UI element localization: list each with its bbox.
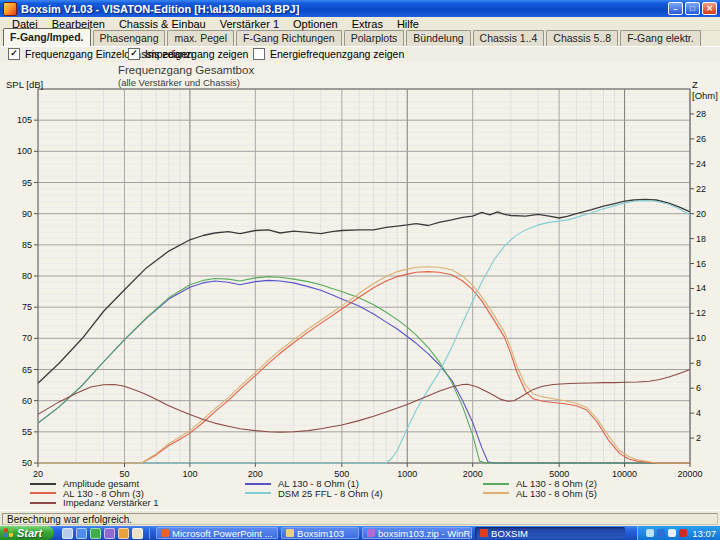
menu-item-hilfe[interactable]: Hilfe — [390, 17, 426, 31]
legend-label: DSM 25 FFL - 8 Ohm (4) — [278, 488, 383, 499]
tab-chassis-5-8[interactable]: Chassis 5..8 — [546, 30, 618, 46]
tab-f-gang-imped[interactable]: F-Gang/Imped. — [3, 28, 91, 46]
status-bar: Berechnung war erfolgreich. — [0, 510, 720, 526]
media-player-icon[interactable] — [90, 528, 101, 539]
right-tick-label: 4 — [696, 408, 701, 418]
window-titlebar: Boxsim V1.03 - VISATON-Edition [H:\al130… — [0, 0, 720, 17]
menu-item-optionen[interactable]: Optionen — [286, 17, 345, 31]
desktop-screen: Boxsim V1.03 - VISATON-Edition [H:\al130… — [0, 0, 720, 540]
messenger-icon[interactable] — [104, 528, 115, 539]
boxsim-app-icon — [3, 2, 17, 16]
outlook-icon[interactable] — [118, 528, 129, 539]
task-buttons: Microsoft PowerPoint ...Boxsim103boxsim1… — [156, 527, 628, 539]
right-tick-label: 18 — [696, 234, 706, 244]
checked-checkbox-icon: ✓ — [128, 48, 140, 60]
tab-bar: F-Gang/Imped.Phasengangmax. PegelF-Gang … — [0, 31, 720, 47]
menu-item-verstärker-1[interactable]: Verstärker 1 — [213, 17, 286, 31]
legend-line-swatch — [30, 492, 56, 494]
tab-chassis-1-4[interactable]: Chassis 1..4 — [473, 30, 545, 46]
legend-line-swatch — [245, 483, 271, 485]
internet-explorer-icon[interactable] — [76, 528, 87, 539]
checked-checkbox-icon: ✓ — [8, 48, 20, 60]
left-tick-label: 65 — [22, 365, 32, 375]
right-tick-label: 16 — [696, 259, 706, 269]
left-tick-label: 85 — [22, 240, 32, 250]
x-tick-label: 20 — [33, 469, 43, 479]
status-text: Berechnung war erfolgreich. — [2, 513, 718, 525]
folder-icon — [286, 529, 294, 537]
taskbar-button-microsoft-powerpoint[interactable]: Microsoft PowerPoint ... — [156, 527, 278, 539]
legend-line-swatch — [30, 502, 56, 504]
legend-item-al-130-8-ohm-5: AL 130 - 8 Ohm (5) — [483, 489, 597, 499]
x-tick-label: 2000 — [463, 469, 483, 479]
taskbar-button-boxsim103-zip-winr[interactable]: boxsim103.zip - WinR... — [362, 527, 472, 539]
right-axis-label: Z [Ohm] — [692, 79, 720, 101]
menu-item-chassis-einbau[interactable]: Chassis & Einbau — [112, 17, 213, 31]
left-tick-label: 80 — [22, 271, 32, 281]
x-tick-label: 10000 — [612, 469, 637, 479]
task-button-label: boxsim103.zip - WinR... — [378, 528, 472, 539]
taskbar-clock: 13:07 — [692, 528, 716, 539]
legend-item-impedanz-verstärker-1: Impedanz Verstärker 1 — [30, 498, 159, 508]
frequency-response-chart: 5055606570758085909510010524681012141618… — [0, 62, 720, 510]
task-button-label: BOXSIM — [491, 528, 528, 539]
left-tick-label: 50 — [22, 458, 32, 468]
chart-title: Frequenzgang Gesamtbox — [118, 64, 254, 76]
system-tray: 13:07 — [637, 526, 720, 540]
tab-max-pegel[interactable]: max. Pegel — [167, 30, 234, 46]
x-tick-label: 1000 — [397, 469, 417, 479]
chart-subtitle: (alle Verstärker und Chassis) — [118, 77, 240, 88]
legend-item-dsm-25-ffl-8-ohm-4: DSM 25 FFL - 8 Ohm (4) — [245, 489, 383, 499]
x-tick-label: 100 — [182, 469, 197, 479]
chart-panel: Frequenzgang Gesamtbox (alle Verstärker … — [0, 62, 720, 510]
network-icon[interactable] — [646, 529, 654, 537]
boxsim-icon — [480, 529, 488, 537]
right-tick-label: 6 — [696, 383, 701, 393]
right-tick-label: 26 — [696, 134, 706, 144]
taskbar-button-boxsim103[interactable]: Boxsim103 — [281, 527, 359, 539]
show-desktop-icon[interactable] — [62, 528, 73, 539]
checkbox-energiefrequenzgang-zeigen[interactable]: Energiefrequenzgang zeigen — [253, 48, 404, 60]
left-tick-label: 60 — [22, 396, 32, 406]
window-title: Boxsim V1.03 - VISATON-Edition [H:\al130… — [21, 3, 668, 15]
left-tick-label: 95 — [22, 178, 32, 188]
tab-f-gang-elektr[interactable]: F-Gang elektr. — [620, 30, 701, 46]
volume-icon[interactable] — [668, 529, 676, 537]
right-tick-label: 28 — [696, 109, 706, 119]
menu-bar: DateiBearbeitenChassis & EinbauVerstärke… — [0, 17, 720, 31]
minimize-button[interactable]: – — [668, 2, 683, 15]
right-tick-label: 10 — [696, 333, 706, 343]
checkbox-impedanzgang-zeigen[interactable]: ✓Impedanzgang zeigen — [128, 48, 248, 60]
antivirus-icon[interactable] — [679, 529, 687, 537]
close-button[interactable]: ✕ — [702, 2, 717, 15]
taskbar-button-boxsim[interactable]: BOXSIM — [475, 527, 625, 539]
right-tick-label: 8 — [696, 358, 701, 368]
tab-bündelung[interactable]: Bündelung — [406, 30, 470, 46]
menu-item-extras[interactable]: Extras — [345, 17, 390, 31]
quick-launch-bar — [62, 528, 150, 539]
left-tick-label: 75 — [22, 302, 32, 312]
explorer-icon[interactable] — [132, 528, 143, 539]
legend-line-swatch — [483, 483, 509, 485]
checkbox-label: Impedanzgang zeigen — [145, 48, 248, 60]
winrar-icon — [367, 529, 375, 537]
legend-label: AL 130 - 8 Ohm (5) — [516, 488, 597, 499]
task-button-label: Microsoft PowerPoint ... — [172, 528, 272, 539]
tab-phasengang[interactable]: Phasengang — [93, 30, 166, 46]
curve-amplitude-gesamt — [38, 199, 690, 383]
start-button[interactable]: Start — [0, 526, 54, 540]
tab-f-gang-richtungen[interactable]: F-Gang Richtungen — [236, 30, 342, 46]
checkbox-label: Energiefrequenzgang zeigen — [270, 48, 404, 60]
tab-polarplots[interactable]: Polarplots — [344, 30, 405, 46]
legend-label: Impedanz Verstärker 1 — [63, 497, 159, 508]
curve-al-130-8-ohm-1 — [38, 280, 690, 463]
security-icon[interactable] — [657, 529, 665, 537]
windows-flag-icon — [4, 528, 14, 539]
left-tick-label: 100 — [17, 146, 32, 156]
curve-al-130-8-ohm-5 — [38, 267, 690, 463]
maximize-button[interactable]: □ — [685, 2, 700, 15]
left-tick-label: 55 — [22, 427, 32, 437]
left-tick-label: 70 — [22, 333, 32, 343]
checkbox-row: ✓Frequenzgang Einzelchassis zeigen✓Imped… — [0, 47, 720, 63]
right-tick-label: 22 — [696, 184, 706, 194]
